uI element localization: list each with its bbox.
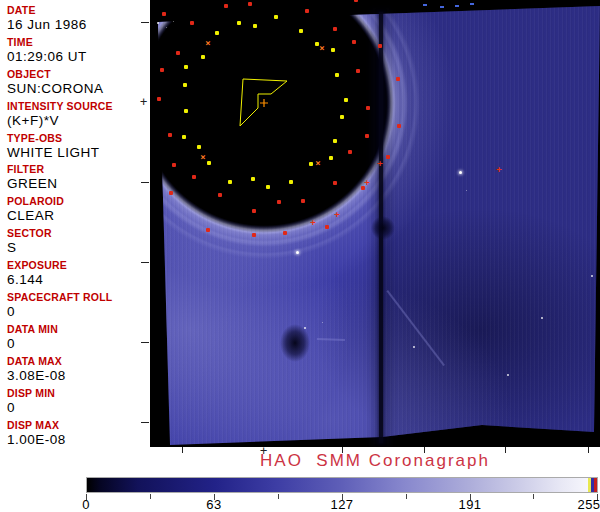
plot-title: HAO SMM Coronagraph	[150, 451, 600, 471]
metadata-value: 0	[7, 336, 150, 351]
fiducial-dot	[183, 83, 187, 87]
metadata-field: TYPE-OBSWHITE LIGHT	[0, 128, 150, 160]
star-dot	[304, 327, 306, 329]
fiducial-dot	[184, 65, 188, 69]
metadata-panel: DATE16 Jun 1986TIME01:29:06 UTOBJECTSUN:…	[0, 0, 150, 447]
fiducial-dot	[283, 231, 287, 235]
metadata-label: EXPOSURE	[7, 259, 150, 271]
fiducial-dot	[340, 115, 344, 119]
metadata-field: INTENSITY SOURCE(K+F)*V	[0, 96, 150, 128]
metadata-field: DATA MAX3.08E-08	[0, 351, 150, 383]
fiducial-dot	[192, 175, 196, 179]
fiducial-dot	[252, 209, 256, 213]
metadata-label: DATA MAX	[7, 355, 150, 367]
plus-fiducial-mark: +	[334, 210, 339, 219]
fiducial-dot	[397, 124, 401, 128]
metadata-label: INTENSITY SOURCE	[7, 100, 150, 112]
fiducial-dot	[348, 150, 352, 154]
colorbar-tick-label: 127	[330, 497, 353, 512]
plus-fiducial-mark: +	[364, 178, 369, 187]
left-axis-tick	[141, 22, 149, 23]
metadata-label: DATA MIN	[7, 323, 150, 335]
star-dot	[541, 317, 543, 319]
cross-fiducial-mark: ×	[205, 39, 210, 48]
metadata-label: POLAROID	[7, 195, 150, 207]
fiducial-dot	[197, 145, 201, 149]
fiducial-dot	[366, 106, 370, 110]
plus-fiducial-mark: +	[377, 159, 382, 168]
metadata-value: (K+F)*V	[7, 113, 150, 128]
metadata-field: DATE16 Jun 1986	[0, 0, 150, 32]
metadata-label: DISP MIN	[7, 387, 150, 399]
metadata-field: FILTERGREEN	[0, 159, 150, 191]
metadata-value: 1.00E-08	[7, 432, 150, 447]
fiducial-dot	[224, 4, 228, 8]
fiducial-dot	[169, 191, 173, 195]
fiducial-dot	[344, 98, 348, 102]
fiducial-dot	[168, 133, 172, 137]
fiducial-dot	[315, 42, 319, 46]
fiducial-dot	[333, 27, 337, 31]
fiducial-dot	[354, 0, 358, 2]
metadata-label: OBJECT	[7, 68, 150, 80]
colorbar-minor-tick	[406, 494, 407, 499]
left-axis-tick	[141, 422, 149, 423]
metadata-field: SECTORS	[0, 223, 150, 255]
fiducial-dot	[378, 44, 382, 48]
star-dot	[166, 27, 167, 28]
metadata-field: EXPOSURE6.144	[0, 255, 150, 287]
star-dot	[157, 22, 159, 24]
star-dot	[296, 251, 299, 254]
dark-blob-artifact	[280, 324, 310, 362]
metadata-label: SECTOR	[7, 227, 150, 239]
fiducial-dot	[277, 200, 281, 204]
metadata-field: POLAROIDCLEAR	[0, 191, 150, 223]
fiducial-dot	[329, 156, 333, 160]
metadata-field: TIME01:29:06 UT	[0, 32, 150, 64]
fiducial-dot	[207, 161, 211, 165]
film-edge-noise	[455, 5, 459, 7]
star-dot	[507, 374, 509, 376]
metadata-value: GREEN	[7, 176, 150, 191]
plus-fiducial-mark: +	[496, 165, 501, 174]
fiducial-dot	[309, 162, 313, 166]
left-axis-tick	[141, 182, 149, 183]
colorbar-minor-tick	[278, 494, 279, 499]
star-dot	[413, 346, 415, 348]
metadata-field: SPACECRAFT ROLL0	[0, 287, 150, 319]
left-axis-tick	[141, 262, 149, 263]
metadata-label: SPACECRAFT ROLL	[7, 291, 150, 303]
metadata-value: S	[7, 240, 150, 255]
fiducial-dot	[184, 109, 188, 113]
metadata-value: 6.144	[7, 272, 150, 287]
metadata-value: 0	[7, 400, 150, 415]
metadata-label: TYPE-OBS	[7, 132, 150, 144]
fiducial-dot	[215, 31, 219, 35]
colorbar-tick-label: 255	[577, 497, 600, 512]
fiducial-dot	[333, 139, 337, 143]
colorbar-tick-label: 191	[458, 497, 481, 512]
metadata-value: WHITE LIGHT	[7, 145, 150, 160]
metadata-field: DATA MIN0	[0, 319, 150, 351]
plus-fiducial-mark: +	[310, 218, 315, 227]
film-edge-noise	[470, 3, 474, 5]
cross-fiducial-mark: ×	[200, 153, 205, 162]
metadata-field: DISP MIN0	[0, 383, 150, 415]
fiducial-dot	[301, 199, 305, 203]
fiducial-dot	[190, 21, 194, 25]
colorbar-minor-tick	[150, 494, 151, 499]
metadata-value: 01:29:06 UT	[7, 49, 150, 64]
star-dot	[459, 171, 462, 174]
colorbar	[86, 477, 598, 493]
fiducial-dot	[162, 12, 166, 16]
fiducial-dot	[386, 155, 390, 159]
coronagraph-image[interactable]: ××××+++++	[150, 0, 600, 447]
fiducial-dot	[201, 55, 205, 59]
fiducial-dot	[157, 97, 161, 101]
colorbar-tick-label: 0	[82, 497, 90, 512]
fiducial-dot	[335, 73, 339, 77]
metadata-label: FILTER	[7, 163, 150, 175]
metadata-value: 3.08E-08	[7, 368, 150, 383]
fiducial-dot	[266, 185, 270, 189]
fiducial-dot	[218, 193, 222, 197]
